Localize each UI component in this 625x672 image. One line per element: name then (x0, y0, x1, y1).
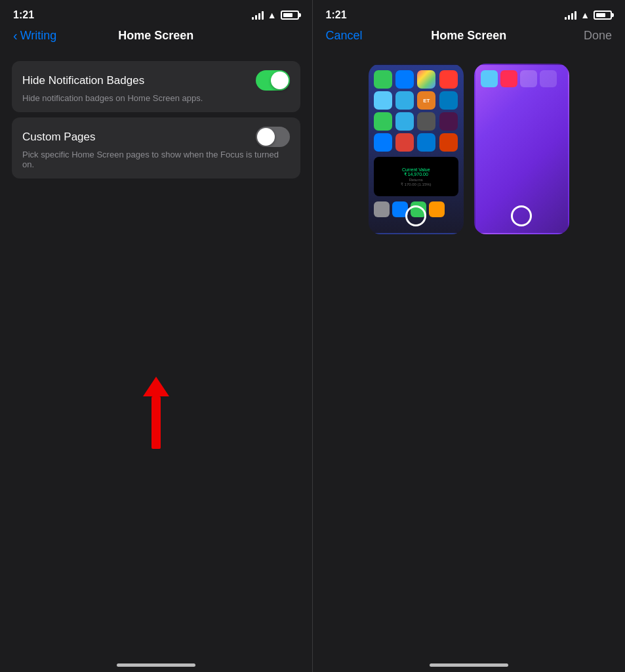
time-left: 1:21 (13, 9, 34, 21)
custom-pages-item: Custom Pages Pick specific Home Screen p… (12, 117, 300, 178)
apps-grid-page2 (475, 65, 568, 90)
home-screen-page-1[interactable]: ET Current Value₹ 14,970.00Returns₹ 1 (369, 64, 464, 234)
arrow-shaft (151, 396, 161, 449)
app-icon-p2-3 (520, 70, 537, 87)
app-icon-office (439, 133, 458, 152)
app-icon-twitter (374, 91, 392, 110)
app-icon-youtube (439, 70, 458, 89)
app-icon-p2-1 (481, 70, 498, 87)
signal-icon-right (565, 10, 576, 20)
app-icon-grid (417, 112, 435, 131)
app-icon-messages (374, 70, 392, 89)
hide-notification-badges-toggle[interactable] (256, 70, 290, 91)
app-icon-slack (439, 112, 458, 131)
custom-pages-label: Custom Pages (22, 131, 96, 144)
wifi-icon-right: ▲ (580, 10, 590, 20)
app-icon-edge (395, 91, 414, 110)
custom-pages-description: Pick specific Home Screen pages to show … (22, 150, 290, 169)
app-icon-outlook (374, 133, 392, 152)
page-select-circle-2[interactable] (511, 205, 532, 226)
done-button[interactable]: Done (584, 29, 612, 43)
status-icons-right: ▲ (565, 10, 612, 20)
hide-notification-badges-row: Hide Notification Badges (22, 70, 290, 91)
app-icon-dock4 (429, 201, 445, 217)
signal-icon-left (252, 10, 264, 20)
app-icon-trello (439, 91, 458, 110)
widget-text: Current Value₹ 14,970.00Returns₹ 170.00 … (398, 165, 434, 189)
chevron-left-icon: ‹ (13, 28, 18, 43)
home-screen-page-2[interactable] (474, 64, 569, 234)
app-icon-appstore (395, 70, 414, 89)
settings-section: Hide Notification Badges Hide notificati… (0, 51, 312, 184)
home-indicator-left (117, 663, 195, 667)
right-panel: 1:21 ▲ Cancel Home Screen Done (313, 0, 626, 672)
back-button[interactable]: ‹ Writing (13, 28, 56, 43)
app-icon-browser (395, 112, 414, 131)
page-select-circle-1[interactable] (405, 205, 426, 226)
home-screen-pages-container: ET Current Value₹ 14,970.00Returns₹ 1 (313, 51, 626, 247)
cancel-button[interactable]: Cancel (326, 29, 363, 43)
arrow-head-icon (143, 377, 169, 396)
status-icons-left: ▲ (252, 10, 299, 20)
toggle-knob-2 (257, 128, 275, 146)
app-icon-photos (417, 70, 435, 89)
back-label: Writing (20, 29, 57, 43)
hide-notification-badges-item: Hide Notification Badges Hide notificati… (12, 61, 300, 112)
nav-bar-right: Cancel Home Screen Done (313, 26, 626, 51)
hide-notification-badges-description: Hide notification badges on Home Screen … (22, 93, 290, 103)
custom-pages-row: Custom Pages (22, 127, 290, 147)
apps-grid-page1: ET (370, 65, 462, 154)
app-icon-et: ET (417, 91, 435, 110)
page-title-right: Home Screen (431, 29, 506, 43)
app-icon-whatsapp (374, 112, 392, 131)
annotation-arrow (143, 377, 169, 449)
time-right: 1:21 (326, 9, 347, 21)
app-icon-todoist (395, 133, 414, 152)
status-bar-right: 1:21 ▲ (313, 0, 626, 26)
nav-bar-left: ‹ Writing Home Screen (0, 26, 312, 51)
battery-icon-right (594, 10, 612, 20)
app-icon-onedrive (417, 133, 435, 152)
left-panel: 1:21 ▲ ‹ Writing Home Screen Hide Notifi… (0, 0, 312, 672)
widget-page1: Current Value₹ 14,970.00Returns₹ 170.00 … (374, 157, 458, 196)
status-bar-left: 1:21 ▲ (0, 0, 312, 26)
battery-icon-left (281, 10, 299, 20)
wifi-icon-left: ▲ (268, 10, 277, 20)
toggle-knob (271, 72, 289, 89)
page-title-left: Home Screen (118, 29, 193, 43)
home-indicator-right (430, 663, 508, 667)
app-icon-p2-2 (500, 70, 517, 87)
app-icon-p2-4 (540, 70, 557, 87)
app-icon-dock1 (374, 201, 390, 217)
hide-notification-badges-label: Hide Notification Badges (22, 74, 144, 87)
custom-pages-toggle[interactable] (256, 127, 290, 147)
